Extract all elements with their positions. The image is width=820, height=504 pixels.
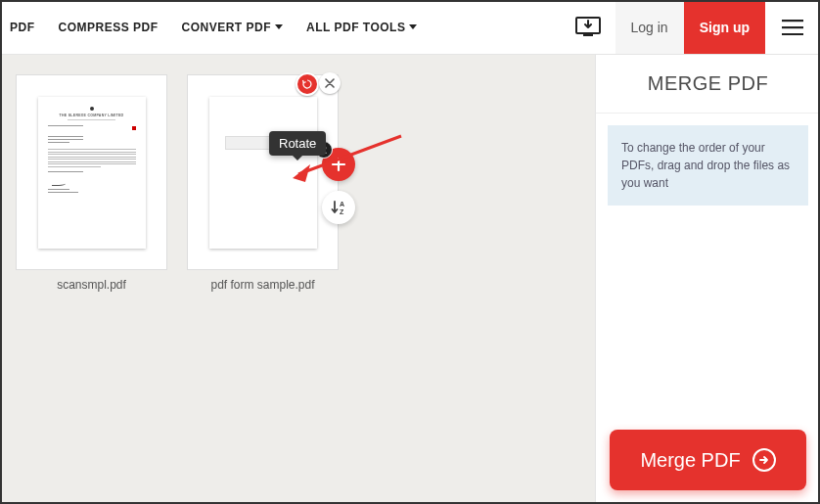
desktop-download-icon — [575, 17, 601, 38]
top-nav: PDF COMPRESS PDF CONVERT PDF ALL PDF TOO… — [0, 0, 820, 55]
sidebar-title: MERGE PDF — [596, 55, 820, 114]
svg-text:A: A — [340, 201, 344, 207]
close-icon — [325, 78, 335, 88]
thumbnail-doc-preview — [209, 97, 317, 249]
menu-button[interactable] — [765, 0, 820, 54]
file-name-label: scansmpl.pdf — [16, 278, 167, 292]
desktop-app-button[interactable] — [561, 0, 615, 54]
workspace: THE SLEREXE COMPANY LIMITED — [0, 55, 595, 504]
nav-item-convert[interactable]: CONVERT PDF — [182, 21, 284, 34]
nav-right: Log in Sign up — [561, 0, 820, 54]
card-actions — [296, 72, 341, 96]
file-card[interactable]: pdf form sample.pdf — [187, 74, 339, 292]
caret-down-icon — [275, 24, 283, 29]
remove-button[interactable] — [319, 72, 341, 94]
right-sidebar: MERGE PDF To change the order of your PD… — [595, 55, 820, 504]
signup-button[interactable]: Sign up — [684, 0, 765, 54]
nav-item-all-tools[interactable]: ALL PDF TOOLS — [306, 21, 417, 34]
merge-cta-button[interactable]: Merge PDF — [610, 430, 806, 490]
sidebar-hint: To change the order of your PDFs, drag a… — [608, 125, 808, 206]
svg-rect-4 — [782, 33, 803, 35]
plus-icon — [331, 157, 346, 172]
arrow-right-circle-icon — [752, 448, 776, 472]
svg-rect-3 — [782, 26, 803, 28]
nav-left: PDF COMPRESS PDF CONVERT PDF ALL PDF TOO… — [0, 21, 417, 34]
file-count-badge: 2 — [315, 141, 333, 159]
floating-actions: 2 A Z — [322, 148, 355, 224]
rotate-button[interactable] — [296, 72, 319, 96]
file-thumbnail — [187, 74, 339, 270]
svg-rect-2 — [782, 20, 803, 22]
rotate-icon — [301, 78, 313, 90]
svg-rect-1 — [583, 34, 593, 36]
svg-text:Z: Z — [340, 208, 344, 215]
nav-label: ALL PDF TOOLS — [306, 21, 405, 34]
nav-label: COMPRESS PDF — [59, 21, 159, 34]
file-card[interactable]: THE SLEREXE COMPANY LIMITED — [16, 74, 167, 292]
login-button[interactable]: Log in — [615, 0, 684, 54]
sort-az-button[interactable]: A Z — [322, 191, 355, 224]
sort-az-icon: A Z — [330, 199, 347, 216]
thumbnail-doc-preview: THE SLEREXE COMPANY LIMITED — [38, 97, 146, 249]
nav-item-compress[interactable]: COMPRESS PDF — [59, 21, 159, 34]
main-area: THE SLEREXE COMPANY LIMITED — [0, 55, 820, 504]
hamburger-icon — [782, 20, 803, 35]
nav-label: CONVERT PDF — [182, 21, 272, 34]
file-name-label: pdf form sample.pdf — [187, 278, 339, 292]
nav-item-pdf[interactable]: PDF — [10, 21, 35, 34]
merge-cta-label: Merge PDF — [640, 449, 740, 472]
signup-label: Sign up — [700, 20, 750, 35]
caret-down-icon — [409, 24, 417, 29]
file-thumbnail: THE SLEREXE COMPANY LIMITED — [16, 74, 167, 270]
login-label: Log in — [631, 20, 668, 35]
nav-label: PDF — [10, 21, 35, 34]
add-files-button[interactable]: 2 — [322, 148, 355, 181]
